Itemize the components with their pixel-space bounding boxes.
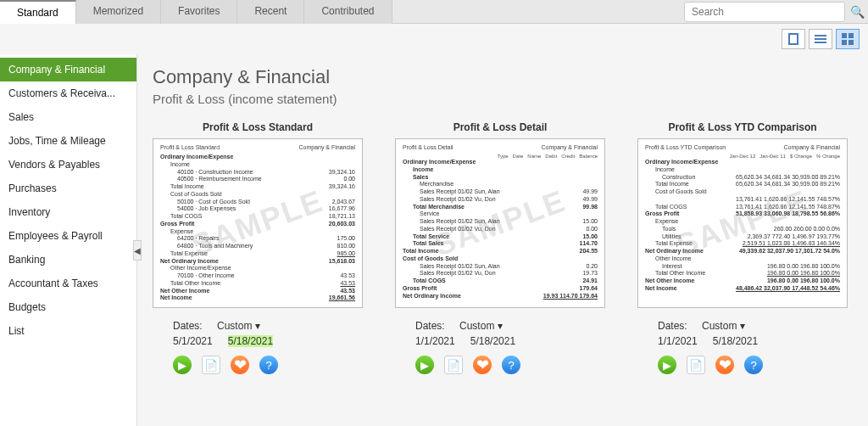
date-to[interactable]: 5/18/2021 bbox=[470, 335, 515, 347]
report-thumbnail[interactable]: Profit & Loss DetailCompany & Financial … bbox=[395, 138, 605, 308]
report-card-pl-standard: Profit & Loss Standard Profit & Loss Sta… bbox=[153, 121, 363, 374]
dates-dropdown[interactable]: Custom ▾ bbox=[459, 320, 503, 332]
view-card-button[interactable] bbox=[782, 29, 805, 49]
tab-contributed[interactable]: Contributed bbox=[304, 0, 392, 24]
sidebar-item-accountant[interactable]: Accountant & Taxes bbox=[0, 272, 136, 295]
content: Company & Financial Profit & Loss (incom… bbox=[137, 54, 868, 426]
view-grid-button[interactable] bbox=[836, 29, 860, 49]
thumb-body-standard: Ordinary Income/ExpenseIncome40100 · Con… bbox=[160, 154, 355, 302]
page-title: Company & Financial bbox=[153, 66, 853, 88]
dates-dropdown[interactable]: Custom ▾ bbox=[217, 320, 260, 332]
favorite-button[interactable]: ❤ bbox=[715, 356, 734, 374]
tab-standard[interactable]: Standard bbox=[0, 0, 76, 24]
dates-label: Dates: bbox=[658, 320, 687, 332]
thumb-header-left: Profit & Loss YTD Comparison bbox=[645, 144, 726, 150]
thumb-header-right: Company & Financial bbox=[783, 144, 840, 150]
card-title: Profit & Loss YTD Comparison bbox=[637, 121, 848, 133]
dates-label: Dates: bbox=[415, 320, 445, 332]
sidebar-item-list[interactable]: List bbox=[0, 319, 136, 343]
date-values: 1/1/2021 5/18/2021 bbox=[395, 335, 605, 347]
sidebar-item-employees[interactable]: Employees & Payroll bbox=[0, 224, 136, 248]
sidebar-item-inventory[interactable]: Inventory bbox=[0, 200, 136, 224]
card-actions: ▶ 📄 ❤ ? bbox=[153, 356, 363, 374]
card-title: Profit & Loss Detail bbox=[395, 121, 605, 133]
search-icon[interactable]: 🔍 bbox=[850, 5, 865, 19]
dates-row: Dates: Custom ▾ bbox=[395, 320, 605, 332]
card-actions: ▶ 📄 ❤ ? bbox=[637, 356, 848, 374]
help-button[interactable]: ? bbox=[259, 356, 278, 374]
report-thumbnail[interactable]: Profit & Loss StandardCompany & Financia… bbox=[153, 138, 363, 308]
search-input[interactable] bbox=[684, 2, 845, 22]
inspect-button[interactable]: 📄 bbox=[202, 356, 220, 374]
thumb-header-left: Profit & Loss Standard bbox=[160, 144, 220, 150]
cards: Profit & Loss Standard Profit & Loss Sta… bbox=[153, 121, 853, 374]
date-from[interactable]: 5/1/2021 bbox=[173, 335, 213, 347]
help-button[interactable]: ? bbox=[744, 356, 763, 374]
date-to[interactable]: 5/18/2021 bbox=[228, 335, 273, 347]
top-bar: Standard Memorized Favorites Recent Cont… bbox=[0, 0, 868, 24]
date-values: 5/1/2021 5/18/2021 bbox=[153, 335, 363, 347]
help-button[interactable]: ? bbox=[502, 356, 520, 374]
date-from[interactable]: 1/1/2021 bbox=[658, 335, 698, 347]
tab-memorized[interactable]: Memorized bbox=[76, 0, 161, 24]
sidebar-item-vendors[interactable]: Vendors & Payables bbox=[0, 153, 136, 177]
inspect-button[interactable]: 📄 bbox=[687, 356, 705, 374]
tabs: Standard Memorized Favorites Recent Cont… bbox=[0, 0, 684, 24]
thumb-body-ytd: Ordinary Income/ExpenseIncomeConstructio… bbox=[645, 159, 840, 293]
page-subtitle: Profit & Loss (income statement) bbox=[153, 92, 853, 106]
sidebar-item-purchases[interactable]: Purchases bbox=[0, 177, 136, 200]
dates-label: Dates: bbox=[173, 320, 203, 332]
sidebar-item-customers[interactable]: Customers & Receiva... bbox=[0, 81, 136, 105]
report-card-pl-ytd: Profit & Loss YTD Comparison Profit & Lo… bbox=[637, 121, 848, 374]
sidebar-item-sales[interactable]: Sales bbox=[0, 105, 136, 129]
tab-favorites[interactable]: Favorites bbox=[161, 0, 237, 24]
date-to[interactable]: 5/18/2021 bbox=[713, 335, 758, 347]
date-from[interactable]: 1/1/2021 bbox=[415, 335, 455, 347]
favorite-button[interactable]: ❤ bbox=[473, 356, 492, 374]
sidebar-item-budgets[interactable]: Budgets bbox=[0, 295, 136, 319]
sidebar-item-jobs[interactable]: Jobs, Time & Mileage bbox=[0, 129, 136, 153]
card-title: Profit & Loss Standard bbox=[153, 121, 363, 133]
tab-recent[interactable]: Recent bbox=[237, 0, 304, 24]
dates-row: Dates: Custom ▾ bbox=[153, 320, 363, 332]
dates-dropdown[interactable]: Custom ▾ bbox=[702, 320, 745, 332]
thumb-body-detail: Ordinary Income/ExpenseIncomeSalesMercha… bbox=[403, 159, 598, 300]
date-values: 1/1/2021 5/18/2021 bbox=[637, 335, 848, 347]
sidebar-item-company-financial[interactable]: Company & Financial bbox=[0, 58, 136, 81]
run-report-button[interactable]: ▶ bbox=[658, 356, 676, 374]
thumb-header-right: Company & Financial bbox=[541, 144, 598, 150]
view-bar bbox=[0, 24, 868, 54]
sidebar-collapse-handle[interactable]: ◀ bbox=[133, 240, 142, 261]
thumb-header-right: Company & Financial bbox=[298, 144, 355, 150]
view-list-button[interactable] bbox=[809, 29, 832, 49]
sidebar: Company & Financial Customers & Receiva.… bbox=[0, 54, 137, 426]
run-report-button[interactable]: ▶ bbox=[415, 356, 434, 374]
report-card-pl-detail: Profit & Loss Detail Profit & Loss Detai… bbox=[395, 121, 605, 374]
favorite-button[interactable]: ❤ bbox=[231, 356, 249, 374]
card-actions: ▶ 📄 ❤ ? bbox=[395, 356, 605, 374]
run-report-button[interactable]: ▶ bbox=[173, 356, 192, 374]
report-thumbnail[interactable]: Profit & Loss YTD ComparisonCompany & Fi… bbox=[637, 138, 848, 308]
inspect-button[interactable]: 📄 bbox=[444, 356, 463, 374]
dates-row: Dates: Custom ▾ bbox=[637, 320, 848, 332]
sidebar-item-banking[interactable]: Banking bbox=[0, 248, 136, 272]
thumb-header-left: Profit & Loss Detail bbox=[403, 144, 453, 150]
